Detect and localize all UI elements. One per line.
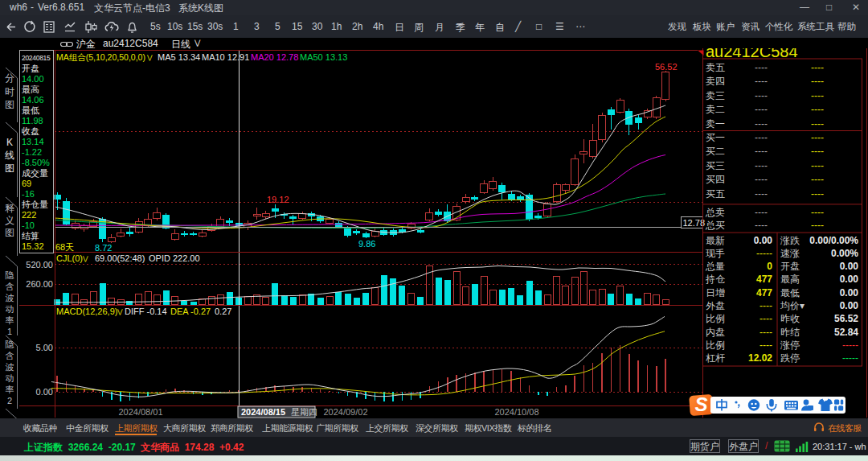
svg-text:----: ---- <box>755 188 768 200</box>
svg-text:最高: 最高 <box>780 274 800 285</box>
svg-text:520.00: 520.00 <box>26 260 53 270</box>
svg-text:9.86: 9.86 <box>358 239 375 249</box>
svg-text:MA组合(5,10,20,50,0,0): MA组合(5,10,20,50,0,0) <box>56 52 145 62</box>
svg-text:----: ---- <box>760 313 772 324</box>
svg-text:速涨: 速涨 <box>780 248 800 259</box>
svg-text:DEA -0.27: DEA -0.27 <box>170 307 211 316</box>
svg-text:外盘: 外盘 <box>706 300 725 311</box>
svg-text:2: 2 <box>7 396 12 405</box>
svg-text:卖一: 卖一 <box>706 118 725 130</box>
svg-text:----: ---- <box>811 220 824 231</box>
svg-text:CJL(0): CJL(0) <box>56 253 83 263</box>
svg-text:含: 含 <box>6 282 14 291</box>
svg-text:总量: 总量 <box>705 261 725 272</box>
svg-text:1: 1 <box>7 327 12 336</box>
svg-text:内盘: 内盘 <box>706 327 725 338</box>
svg-text:比例: 比例 <box>706 340 725 351</box>
svg-text:-----: ----- <box>756 248 772 259</box>
svg-text:0.00: 0.00 <box>754 235 773 246</box>
svg-text:买二: 买二 <box>706 146 725 157</box>
svg-text:----: ---- <box>755 62 768 73</box>
svg-text:MA5 13.34: MA5 13.34 <box>158 52 200 62</box>
svg-text:日增: 日增 <box>706 287 725 298</box>
svg-text:12.02: 12.02 <box>748 352 772 364</box>
svg-text:0.00%: 0.00% <box>831 248 858 259</box>
svg-text:----: ---- <box>760 300 772 311</box>
svg-text:昨结: 昨结 <box>780 327 800 338</box>
svg-text:----: ---- <box>811 118 824 130</box>
svg-text:0.00: 0.00 <box>840 261 859 272</box>
svg-text:----: ---- <box>811 76 824 87</box>
svg-text:----: ---- <box>811 174 824 185</box>
svg-text:MACD(12,26,9): MACD(12,26,9) <box>56 307 117 316</box>
svg-text:477: 477 <box>756 274 772 285</box>
svg-text:----: ---- <box>760 340 772 351</box>
svg-text:率: 率 <box>6 385 14 394</box>
svg-text:----: ---- <box>755 118 768 130</box>
svg-text:⋁: ⋁ <box>146 54 153 61</box>
svg-text:0.00: 0.00 <box>840 274 859 285</box>
svg-text:买五: 买五 <box>706 188 725 200</box>
svg-text:隐: 隐 <box>6 270 14 280</box>
svg-text:总卖: 总卖 <box>705 207 725 218</box>
svg-text:----: ---- <box>755 160 768 171</box>
svg-text:天: 天 <box>65 242 74 252</box>
svg-text:含: 含 <box>6 351 14 360</box>
svg-text:卖二: 卖二 <box>706 104 725 115</box>
svg-text:----: ---- <box>811 62 824 73</box>
svg-text:分: 分 <box>5 72 14 84</box>
svg-text:K: K <box>6 137 13 148</box>
svg-text:----: ---- <box>811 160 824 171</box>
svg-text:释: 释 <box>5 203 14 214</box>
svg-text:----: ---- <box>755 174 768 185</box>
svg-text:0.27: 0.27 <box>215 307 231 316</box>
svg-text:56.52: 56.52 <box>655 62 678 72</box>
svg-text:DIFF -0.14: DIFF -0.14 <box>125 307 167 316</box>
svg-text:2024/08/01: 2024/08/01 <box>118 407 162 417</box>
svg-text:-----: ----- <box>842 340 858 351</box>
svg-text:动: 动 <box>6 304 14 314</box>
svg-text:69.00(52:48): 69.00(52:48) <box>95 253 145 263</box>
svg-text:总买: 总买 <box>705 220 725 231</box>
svg-text:----: ---- <box>811 207 824 218</box>
svg-text:星期四: 星期四 <box>291 407 317 417</box>
svg-text:----: ---- <box>755 104 768 115</box>
svg-text:----: ---- <box>755 132 768 143</box>
svg-text:----: ---- <box>811 146 824 157</box>
svg-text:----: ---- <box>755 90 768 101</box>
svg-text:现手: 现手 <box>706 248 725 259</box>
svg-text:MA10 12.91: MA10 12.91 <box>202 52 249 62</box>
svg-text:0.00: 0.00 <box>840 300 859 311</box>
svg-text:5.00: 5.00 <box>36 343 53 352</box>
svg-text:比例: 比例 <box>706 313 725 324</box>
svg-text:时: 时 <box>5 86 14 97</box>
svg-text:477: 477 <box>756 287 772 298</box>
svg-text:买四: 买四 <box>706 174 725 185</box>
svg-text:隐: 隐 <box>6 340 14 349</box>
svg-text:图: 图 <box>5 99 14 110</box>
svg-text:----: ---- <box>755 146 768 157</box>
svg-text:----: ---- <box>755 76 768 87</box>
svg-text:均价▾: 均价▾ <box>780 300 805 311</box>
svg-text:0.00: 0.00 <box>840 287 859 298</box>
svg-text:卖三: 卖三 <box>706 90 725 101</box>
svg-text:19.12: 19.12 <box>267 195 289 204</box>
svg-text:波: 波 <box>6 362 14 372</box>
svg-text:最低: 最低 <box>780 287 800 298</box>
svg-text:----: ---- <box>811 132 824 143</box>
svg-text:杠杆: 杠杆 <box>706 352 725 364</box>
svg-text:68: 68 <box>55 242 65 252</box>
svg-text:开盘: 开盘 <box>780 261 800 272</box>
svg-text:图: 图 <box>5 227 14 238</box>
svg-text:⋁: ⋁ <box>82 255 88 262</box>
svg-text:----: ---- <box>755 220 768 231</box>
svg-text:买三: 买三 <box>706 160 725 171</box>
svg-text:动: 动 <box>6 373 14 383</box>
svg-text:线: 线 <box>5 150 14 161</box>
svg-text:----: ---- <box>811 188 824 200</box>
svg-text:----: ---- <box>811 90 824 101</box>
svg-text:OPID 222.00: OPID 222.00 <box>149 253 200 263</box>
svg-text:⋁: ⋁ <box>117 308 123 315</box>
svg-text:----: ---- <box>755 207 768 218</box>
svg-text:卖四: 卖四 <box>706 76 725 87</box>
